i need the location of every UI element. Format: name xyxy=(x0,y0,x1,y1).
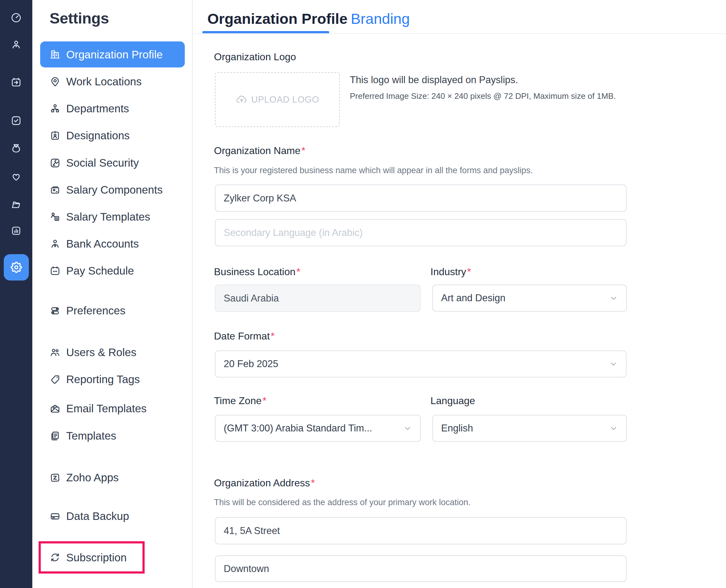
chevron-down-icon xyxy=(609,360,618,369)
cloud-upload-icon xyxy=(236,94,248,106)
person-document-icon xyxy=(49,211,61,223)
sidebar-item-label: Data Backup xyxy=(66,510,129,522)
chevron-down-icon xyxy=(403,424,412,433)
benefits-icon[interactable] xyxy=(6,166,26,186)
app-rail xyxy=(0,0,32,588)
sidebar-item-label: Organization Profile xyxy=(66,48,163,61)
sidebar-item-salary-components[interactable]: Salary Components xyxy=(32,176,193,203)
sidebar-item-label: Departments xyxy=(66,102,129,115)
payroll-settings-screen: Settings Organization Profile Work Locat… xyxy=(0,0,726,588)
sidebar-item-label: Pay Schedule xyxy=(66,265,134,277)
sidebar-item-designations[interactable]: Designations xyxy=(32,122,193,149)
annotation-highlight: Subscription xyxy=(39,541,145,573)
pay-runs-icon[interactable] xyxy=(6,72,26,92)
sidebar-item-label: Users & Roles xyxy=(66,346,136,359)
sidebar-item-label: Subscription xyxy=(66,551,127,564)
organization-address-label: Organization Address* xyxy=(214,477,315,489)
address-street-input[interactable] xyxy=(215,517,626,544)
sidebar-item-email-templates[interactable]: Email Templates xyxy=(32,395,193,422)
settings-gear-icon[interactable] xyxy=(4,254,29,280)
logo-note-small: Preferred Image Size: 240 × 240 pixels @… xyxy=(350,91,616,101)
sidebar-item-label: Social Security xyxy=(66,156,139,169)
organization-address-helper: This will be considered as the address o… xyxy=(214,498,471,507)
sidebar-item-social-security[interactable]: Social Security xyxy=(32,149,193,176)
sidebar-item-zoho-apps[interactable]: Zoho Apps xyxy=(32,464,193,491)
sidebar-item-organization-profile[interactable]: Organization Profile xyxy=(40,41,185,67)
date-format-label: Date Format* xyxy=(214,330,275,342)
map-pin-icon xyxy=(49,76,61,87)
organization-name-input[interactable] xyxy=(215,185,626,212)
industry-select[interactable]: Art and Design xyxy=(432,285,627,312)
required-asterisk: * xyxy=(301,145,305,156)
sidebar-item-data-backup[interactable]: Data Backup xyxy=(32,503,193,530)
required-asterisk: * xyxy=(263,395,266,406)
sidebar-item-label: Zoho Apps xyxy=(66,471,119,484)
address-area-input[interactable] xyxy=(215,555,626,582)
sidebar-item-label: Templates xyxy=(66,429,116,442)
organization-logo-label: Organization Logo xyxy=(214,51,296,63)
organization-name-helper: This is your registered business name wh… xyxy=(214,166,533,175)
tab-divider xyxy=(193,33,726,34)
sidebar-item-label: Salary Components xyxy=(66,184,163,196)
industry-label: Industry* xyxy=(430,266,471,278)
gavel-icon xyxy=(49,157,61,169)
hierarchy-icon xyxy=(49,103,61,114)
tag-icon xyxy=(49,374,61,385)
loans-icon[interactable] xyxy=(6,138,26,158)
language-select[interactable]: English xyxy=(432,415,627,442)
id-badge-icon xyxy=(49,130,61,142)
organization-name-label: Organization Name* xyxy=(214,145,305,156)
sidebar-item-label: Email Templates xyxy=(66,402,147,415)
chevron-down-icon xyxy=(609,294,618,302)
organization-profile-panel: Organization Profile Branding Organizati… xyxy=(193,0,726,588)
refresh-icon xyxy=(49,552,61,563)
sidebar-item-departments[interactable]: Departments xyxy=(32,95,193,122)
sidebar-item-label: Reporting Tags xyxy=(66,373,140,385)
required-asterisk: * xyxy=(467,266,471,277)
sidebar-item-preferences[interactable]: Preferences xyxy=(32,297,193,324)
employees-icon[interactable] xyxy=(6,35,26,55)
settings-title: Settings xyxy=(49,9,109,27)
sidebar-item-label: Work Locations xyxy=(66,75,142,88)
time-zone-label: Time Zone* xyxy=(214,395,266,407)
settings-sidebar: Settings Organization Profile Work Locat… xyxy=(32,0,193,588)
sidebar-item-label: Designations xyxy=(66,129,130,142)
sidebar-item-bank-accounts[interactable]: Bank Accounts xyxy=(32,230,193,257)
documents-icon[interactable] xyxy=(6,194,26,214)
chevron-down-icon xyxy=(609,424,618,433)
sidebar-item-label: Bank Accounts xyxy=(66,237,139,250)
business-location-label: Business Location* xyxy=(214,266,300,278)
business-location-field: Saudi Arabia xyxy=(215,285,421,312)
sidebar-item-users-roles[interactable]: Users & Roles xyxy=(32,339,193,366)
zoho-z-icon xyxy=(49,472,61,484)
logo-note: This logo will be displayed on Payslips. xyxy=(350,75,518,86)
time-zone-select[interactable]: (GMT 3:00) Arabia Standard Tim... xyxy=(215,415,421,442)
sidebar-item-templates[interactable]: Templates xyxy=(32,422,193,449)
calendar-dots-icon xyxy=(49,265,61,277)
secondary-language-input[interactable] xyxy=(215,219,626,246)
sidebar-item-label: Salary Templates xyxy=(66,211,150,223)
users-icon xyxy=(49,347,61,358)
banker-icon xyxy=(49,238,61,250)
toggles-icon xyxy=(49,305,61,317)
reports-icon[interactable] xyxy=(6,220,26,241)
date-format-select[interactable]: 20 Feb 2025 xyxy=(215,351,626,377)
upload-logo-label: UPLOAD LOGO xyxy=(251,94,319,105)
stacked-documents-icon xyxy=(49,430,61,442)
required-asterisk: * xyxy=(311,477,315,488)
wallet-icon xyxy=(49,184,61,196)
sidebar-item-pay-schedule[interactable]: Pay Schedule xyxy=(32,257,193,284)
envelope-icon xyxy=(49,403,61,415)
sidebar-item-work-locations[interactable]: Work Locations xyxy=(32,68,193,95)
drive-icon xyxy=(49,510,61,522)
upload-logo-button[interactable]: UPLOAD LOGO xyxy=(215,72,340,127)
sidebar-item-reporting-tags[interactable]: Reporting Tags xyxy=(32,366,193,393)
sidebar-item-subscription[interactable]: Subscription xyxy=(41,543,143,571)
tab-branding[interactable]: Branding xyxy=(351,10,410,27)
dashboard-icon[interactable] xyxy=(6,7,26,28)
required-asterisk: * xyxy=(297,266,300,277)
tab-organization-profile[interactable]: Organization Profile xyxy=(207,10,348,27)
sidebar-item-salary-templates[interactable]: Salary Templates xyxy=(32,203,193,230)
sidebar-item-label: Preferences xyxy=(66,304,126,317)
approvals-icon[interactable] xyxy=(6,110,26,130)
